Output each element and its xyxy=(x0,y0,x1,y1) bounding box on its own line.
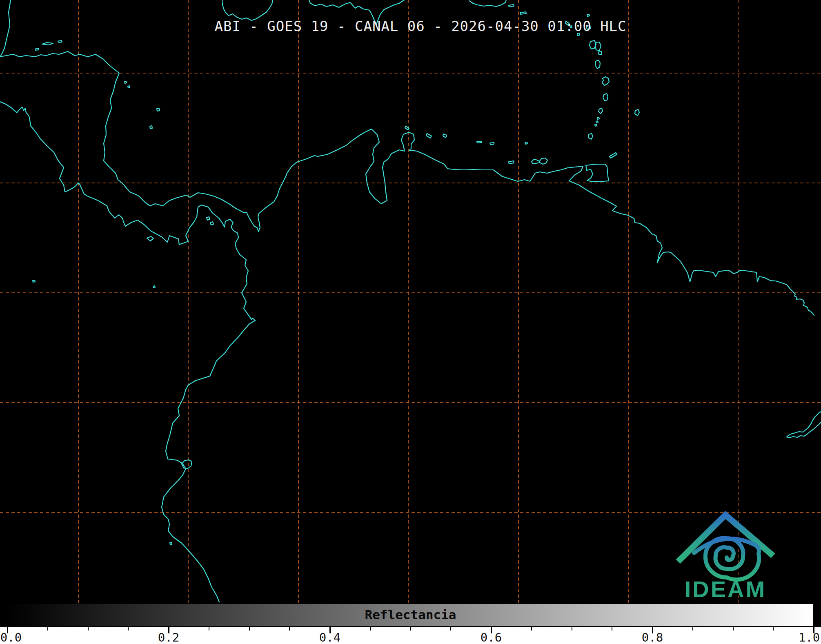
logo-hurricane-eye-icon xyxy=(694,538,759,580)
colorbar-gradient: Reflectancia xyxy=(7,603,814,627)
colorbar-minor-tick xyxy=(572,627,572,631)
grenadines-2 xyxy=(596,121,598,123)
island-martinique xyxy=(602,77,609,85)
la-orchila xyxy=(490,143,494,145)
graticule-gridlines xyxy=(0,0,821,603)
island-lobos xyxy=(170,542,172,545)
colorbar-tick-label: 0.8 xyxy=(642,631,663,644)
island-curacao xyxy=(426,134,432,138)
belize-coast xyxy=(0,0,11,57)
island-trinidad xyxy=(586,164,609,182)
jamaica-south-coast xyxy=(222,0,273,20)
image-title: ABI - GOES 19 - CANAL 06 - 2026-04-30 01… xyxy=(214,18,626,34)
grenadines-1 xyxy=(597,117,599,119)
island-coiba xyxy=(147,236,154,241)
island-grenada xyxy=(588,134,593,139)
island-providencia xyxy=(157,108,160,111)
pearl-islands xyxy=(207,217,210,220)
colorbar-minor-tick xyxy=(209,627,209,631)
puerto-rico-south-coast xyxy=(469,0,506,7)
island-marie-galante xyxy=(599,51,602,55)
island-vieques xyxy=(509,4,514,7)
colorbar-tick-label: 0.2 xyxy=(158,631,179,644)
colorbar-tick-label: 1.0 xyxy=(799,631,820,644)
island-cocos xyxy=(33,280,35,282)
island-barbuda xyxy=(587,14,590,16)
colorbar-minor-tick xyxy=(773,627,774,631)
island-utila xyxy=(35,48,39,50)
colorbar-label: Reflectancia xyxy=(365,607,456,622)
logo-wordmark: IDEAM xyxy=(685,576,766,602)
grenadines-3 xyxy=(595,124,597,126)
pacific-coast xyxy=(0,102,255,602)
pearl-islands-2 xyxy=(210,222,214,225)
colorbar-minor-tick xyxy=(47,627,48,631)
colorbar-axis: 0.00.20.40.60.81.0 xyxy=(0,627,821,644)
colorbar-minor-tick xyxy=(531,627,532,631)
colorbar-minor-tick xyxy=(289,627,290,631)
colorbar-minor-tick xyxy=(249,627,250,631)
colorbar-minor-tick xyxy=(410,627,411,631)
island-dominica xyxy=(595,60,600,69)
colorbar-minor-tick xyxy=(370,627,371,631)
island-malpelo xyxy=(153,286,155,288)
satellite-map-canvas: IDEAM xyxy=(0,0,821,644)
colorbar-tick-label: 0.6 xyxy=(481,631,502,644)
cayos-miskitos-2 xyxy=(128,86,130,88)
colorbar-minor-tick xyxy=(692,627,693,631)
colorbar-minor-tick xyxy=(733,627,734,631)
colorbar-minor-tick xyxy=(612,627,612,631)
colorbar-tick-label: 0.4 xyxy=(319,631,340,644)
la-blanquilla xyxy=(525,142,527,144)
la-tortuga xyxy=(509,161,514,164)
satellite-image-viewport: IDEAM ABI - GOES 19 - CANAL 06 - 2026-04… xyxy=(0,0,821,644)
amazon-mouth-coast xyxy=(787,412,821,438)
island-st-lucia xyxy=(603,94,608,101)
island-tobago xyxy=(610,153,617,158)
island-san-andres xyxy=(150,126,152,129)
colorbar-minor-tick xyxy=(88,627,89,631)
colorbar-minor-tick xyxy=(450,627,451,631)
island-st-vincent xyxy=(599,108,603,114)
colorbar-minor-tick xyxy=(128,627,129,631)
cayos-miskitos xyxy=(125,81,127,83)
island-roatan xyxy=(42,42,53,45)
ideam-logo: IDEAM xyxy=(680,515,771,602)
island-guanaja xyxy=(58,40,62,42)
colorbar-tick-label: 0.0 xyxy=(0,631,22,644)
caribbean-mainland-coast xyxy=(0,51,814,315)
island-bonaire xyxy=(443,134,447,138)
los-roques xyxy=(477,141,482,143)
island-barbados xyxy=(635,109,639,116)
island-margarita xyxy=(532,158,547,164)
coastline-overlay xyxy=(0,0,821,602)
island-st-croix xyxy=(520,12,526,14)
